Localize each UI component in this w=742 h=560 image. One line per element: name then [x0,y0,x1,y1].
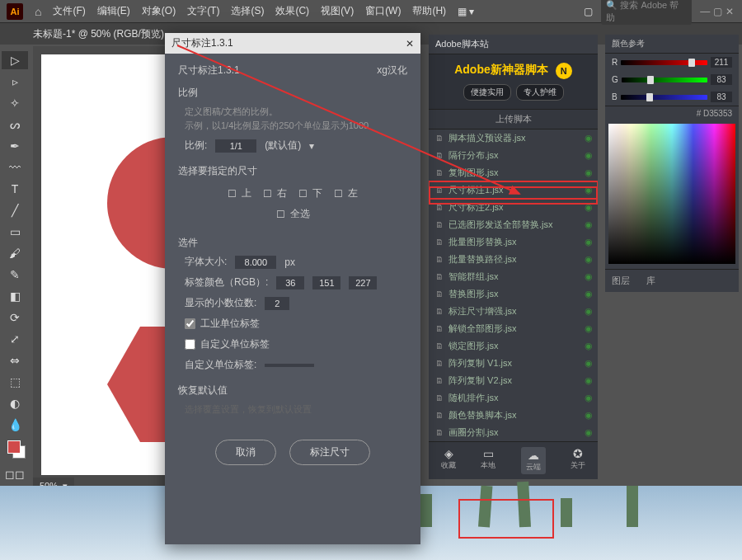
check-right[interactable]: ☐ 右 [263,186,287,200]
script-item[interactable]: 🗎已选图形发送全部替换.jsx◉ [429,216,598,233]
window-controls[interactable]: — ▢ ✕ [700,6,735,17]
footer-fav[interactable]: ◈收藏 [441,447,456,474]
download-icon[interactable]: ◉ [585,410,593,421]
menu-window[interactable]: 窗口(W) [365,4,401,18]
script-item[interactable]: 🗎尺寸标注1.jsx◉ [429,181,598,199]
color-g-input[interactable]: 151 [312,276,340,289]
workspace-icon[interactable]: ▦ ▾ [458,6,474,17]
menu-effect[interactable]: 效果(C) [275,4,309,18]
search-input[interactable]: 🔍 搜索 Adobe 帮助 [601,0,692,25]
download-icon[interactable]: ◉ [585,150,593,161]
download-icon[interactable]: ◉ [585,375,593,386]
type-tool[interactable]: T [2,180,28,198]
library-tab[interactable]: 库 [646,275,655,287]
script-item[interactable]: 🗎标注尺寸增强.jsx◉ [429,303,598,320]
fill-stroke-swatch[interactable] [7,440,26,459]
script-item[interactable]: 🗎尺寸标注2.jsx◉ [429,199,598,216]
direct-selection-tool[interactable]: ▹ [2,73,28,91]
brush-tool[interactable]: 🖌 [2,244,28,262]
free-transform-tool[interactable]: ⬚ [2,373,28,391]
selection-tool[interactable]: ▷ [2,51,28,69]
magic-wand-tool[interactable]: ✧ [2,94,28,112]
script-item[interactable]: 🗎阵列复制 V2.jsx◉ [429,372,598,389]
download-icon[interactable]: ◉ [585,341,593,351]
banner-btn-2[interactable]: 专人护维 [516,84,564,101]
line-tool[interactable]: ╱ [2,201,28,219]
menu-select[interactable]: 选择(S) [231,4,264,18]
decimals-input[interactable]: 2 [265,297,289,310]
download-icon[interactable]: ◉ [585,202,593,213]
rectangle-tool[interactable]: ▭ [2,223,28,241]
menu-type[interactable]: 文字(T) [187,4,219,18]
check-left[interactable]: ☐ 左 [334,186,358,200]
footer-about[interactable]: ✪关于 [571,447,585,474]
scale-input[interactable]: 1/1 [215,139,256,153]
cancel-button[interactable]: 取消 [215,440,276,465]
download-icon[interactable]: ◉ [585,133,593,144]
footer-local[interactable]: ▭本地 [481,447,495,474]
download-icon[interactable]: ◉ [585,167,593,178]
download-icon[interactable]: ◉ [585,185,593,195]
document-tab[interactable]: 未标题-1* @ 50% (RGB/预览) [33,27,164,41]
dialog-titlebar[interactable]: 尺寸标注1.3.1 ✕ [165,33,420,54]
script-item[interactable]: 🗎批量图形替换.jsx◉ [429,233,598,251]
gradient-tool[interactable]: ◐ [2,394,28,412]
eraser-tool[interactable]: ◧ [2,287,28,305]
check-bottom[interactable]: ☐ 下 [298,186,322,200]
shaper-tool[interactable]: ✎ [2,266,28,284]
download-icon[interactable]: ◉ [585,271,593,282]
script-item[interactable]: 🗎阵列复制 V1.jsx◉ [429,355,598,372]
stock-icon[interactable]: ▢ [584,6,593,17]
script-item[interactable]: 🗎替换图形.jsx◉ [429,285,598,303]
lasso-tool[interactable]: ᔕ [2,115,28,134]
check-custom-units[interactable]: 自定义单位标签 [178,337,407,351]
confirm-button[interactable]: 标注尺寸 [289,440,370,465]
script-item[interactable]: 🗎脚本描义预设器.jsx◉ [429,129,598,147]
custom-unit-input[interactable] [265,364,314,367]
check-all[interactable]: ☐ 全选 [276,207,310,221]
slider-g[interactable]: G 83 [605,71,739,88]
color-r-input[interactable]: 36 [276,276,304,289]
pen-tool[interactable]: ✒ [2,137,28,155]
dropdown-icon[interactable]: ▾ [309,140,314,152]
upload-script-button[interactable]: 上传脚本 [429,109,598,129]
script-item[interactable]: 🗎智能群组.jsx◉ [429,268,598,285]
download-icon[interactable]: ◉ [585,237,593,247]
width-tool[interactable]: ⇔ [2,351,28,369]
script-item[interactable]: 🗎复制图形.jsx◉ [429,164,598,181]
g-value[interactable]: 83 [711,74,732,85]
download-icon[interactable]: ◉ [585,358,593,369]
slider-r[interactable]: R 211 [605,54,739,71]
download-icon[interactable]: ◉ [585,219,593,230]
download-icon[interactable]: ◉ [585,254,593,265]
download-icon[interactable]: ◉ [585,323,593,334]
layers-tab[interactable]: 图层 [612,275,630,287]
menu-edit[interactable]: 编辑(E) [97,4,130,18]
script-item[interactable]: 🗎解锁全部图形.jsx◉ [429,320,598,337]
scripts-panel-tab[interactable]: Adobe脚本站 [429,35,598,54]
banner-btn-1[interactable]: 便捷实用 [463,84,511,101]
script-item[interactable]: 🗎隔行分布.jsx◉ [429,147,598,164]
script-item[interactable]: 🗎颜色替换脚本.jsx◉ [429,407,598,424]
check-industrial-units[interactable]: 工业单位标签 [178,317,407,331]
eyedropper-tool[interactable]: 💧 [2,416,28,434]
download-icon[interactable]: ◉ [585,306,593,317]
menu-object[interactable]: 对象(O) [142,4,176,18]
slider-b[interactable]: B 83 [605,88,739,106]
download-icon[interactable]: ◉ [585,289,593,299]
color-b-input[interactable]: 227 [349,276,377,289]
check-top[interactable]: ☐ 上 [228,186,251,200]
script-item[interactable]: 🗎随机排作.jsx◉ [429,389,598,407]
close-icon[interactable]: ✕ [406,38,414,49]
script-item[interactable]: 🗎画圈分割.jsx◉ [429,424,598,441]
r-value[interactable]: 211 [711,57,732,68]
color-picker[interactable] [608,124,735,264]
font-size-input[interactable]: 8.000 [235,256,276,269]
script-item[interactable]: 🗎锁定图形.jsx◉ [429,337,598,355]
script-item[interactable]: 🗎批量替换路径.jsx◉ [429,251,598,268]
footer-cloud[interactable]: ☁云端 [521,447,546,474]
draw-mode[interactable]: ◻◻ [2,465,28,483]
download-icon[interactable]: ◉ [585,427,593,438]
menu-view[interactable]: 视图(V) [321,4,354,18]
curvature-tool[interactable]: 〰 [2,158,28,176]
